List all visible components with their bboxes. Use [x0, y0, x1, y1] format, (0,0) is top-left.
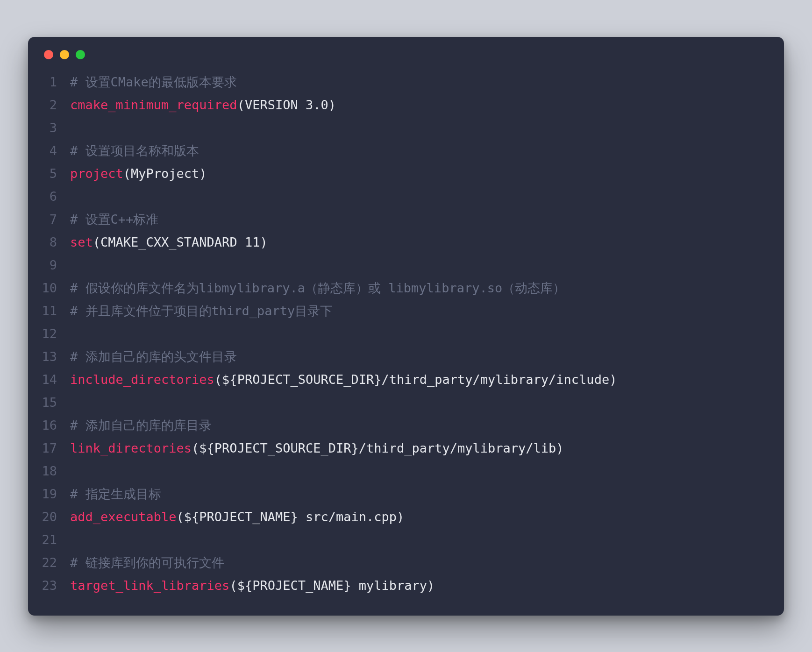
code-content[interactable]: target_link_libraries(${PROJECT_NAME} my… — [70, 574, 775, 597]
line-number: 10 — [33, 276, 70, 299]
code-line[interactable]: 2cmake_minimum_required(VERSION 3.0) — [33, 93, 775, 116]
token-default: (${PROJECT_NAME} mylibrary) — [229, 578, 434, 593]
line-number: 5 — [33, 162, 70, 185]
line-number: 17 — [33, 437, 70, 460]
line-number: 19 — [33, 482, 70, 505]
code-content[interactable]: cmake_minimum_required(VERSION 3.0) — [70, 93, 775, 116]
line-number: 8 — [33, 231, 70, 254]
line-number: 22 — [33, 551, 70, 574]
code-line[interactable]: 8set(CMAKE_CXX_STANDARD 11) — [33, 231, 775, 254]
code-line[interactable]: 22# 链接库到你的可执行文件 — [33, 551, 775, 574]
code-line[interactable]: 1# 设置CMake的最低版本要求 — [33, 71, 775, 93]
code-content[interactable]: # 设置CMake的最低版本要求 — [70, 71, 775, 93]
code-line[interactable]: 14include_directories(${PROJECT_SOURCE_D… — [33, 368, 775, 391]
token-keyword: add_executable — [70, 510, 177, 524]
code-line[interactable]: 15 — [33, 391, 775, 414]
token-comment: # 假设你的库文件名为libmylibrary.a（静态库）或 libmylib… — [70, 281, 565, 295]
code-content[interactable]: # 并且库文件位于项目的third_party目录下 — [70, 299, 775, 322]
code-line[interactable]: 7# 设置C++标准 — [33, 208, 775, 231]
line-number: 1 — [33, 71, 70, 93]
code-line[interactable]: 9 — [33, 254, 775, 276]
code-line[interactable]: 6 — [33, 185, 775, 208]
code-line[interactable]: 23target_link_libraries(${PROJECT_NAME} … — [33, 574, 775, 597]
code-line[interactable]: 11# 并且库文件位于项目的third_party目录下 — [33, 299, 775, 322]
code-line[interactable]: 19# 指定生成目标 — [33, 482, 775, 505]
line-number: 23 — [33, 574, 70, 597]
code-line[interactable]: 20add_executable(${PROJECT_NAME} src/mai… — [33, 505, 775, 528]
token-keyword: link_directories — [70, 441, 192, 455]
line-number: 6 — [33, 185, 70, 208]
titlebar — [28, 37, 784, 68]
code-content[interactable]: # 设置C++标准 — [70, 208, 775, 231]
line-number: 14 — [33, 368, 70, 391]
line-number: 9 — [33, 254, 70, 276]
token-comment: # 指定生成目标 — [70, 487, 161, 501]
token-comment: # 添加自己的库的库目录 — [70, 418, 212, 432]
token-default: (${PROJECT_NAME} src/main.cpp) — [177, 510, 405, 524]
token-keyword: project — [70, 166, 123, 181]
code-content[interactable]: # 链接库到你的可执行文件 — [70, 551, 775, 574]
code-line[interactable]: 3 — [33, 116, 775, 139]
token-comment: # 设置项目名称和版本 — [70, 143, 199, 158]
code-content[interactable]: # 设置项目名称和版本 — [70, 139, 775, 162]
line-number: 12 — [33, 322, 70, 345]
code-line[interactable]: 4# 设置项目名称和版本 — [33, 139, 775, 162]
token-keyword: set — [70, 235, 93, 249]
line-number: 13 — [33, 345, 70, 368]
code-line[interactable]: 17link_directories(${PROJECT_SOURCE_DIR}… — [33, 437, 775, 460]
code-line[interactable]: 12 — [33, 322, 775, 345]
minimize-icon[interactable] — [60, 50, 69, 59]
code-content[interactable]: # 添加自己的库的头文件目录 — [70, 345, 775, 368]
token-keyword: include_directories — [70, 372, 214, 387]
code-content[interactable]: # 指定生成目标 — [70, 482, 775, 505]
line-number: 20 — [33, 505, 70, 528]
token-comment: # 链接库到你的可执行文件 — [70, 555, 224, 570]
code-line[interactable]: 10# 假设你的库文件名为libmylibrary.a（静态库）或 libmyl… — [33, 276, 775, 299]
code-line[interactable]: 13# 添加自己的库的头文件目录 — [33, 345, 775, 368]
code-content[interactable]: project(MyProject) — [70, 162, 775, 185]
code-editor[interactable]: 1# 设置CMake的最低版本要求2cmake_minimum_required… — [28, 68, 784, 602]
token-default: (CMAKE_CXX_STANDARD 11) — [93, 235, 268, 249]
token-comment: # 设置CMake的最低版本要求 — [70, 75, 237, 89]
token-keyword: cmake_minimum_required — [70, 98, 237, 112]
code-line[interactable]: 5project(MyProject) — [33, 162, 775, 185]
line-number: 21 — [33, 528, 70, 551]
token-comment: # 设置C++标准 — [70, 212, 158, 227]
token-comment: # 添加自己的库的头文件目录 — [70, 349, 237, 364]
token-comment: # 并且库文件位于项目的third_party目录下 — [70, 304, 333, 318]
line-number: 3 — [33, 116, 70, 139]
code-window: 1# 设置CMake的最低版本要求2cmake_minimum_required… — [28, 37, 784, 616]
code-line[interactable]: 21 — [33, 528, 775, 551]
line-number: 7 — [33, 208, 70, 231]
token-default: (${PROJECT_SOURCE_DIR}/third_party/mylib… — [192, 441, 564, 455]
code-content[interactable]: add_executable(${PROJECT_NAME} src/main.… — [70, 505, 775, 528]
code-line[interactable]: 16# 添加自己的库的库目录 — [33, 414, 775, 437]
line-number: 16 — [33, 414, 70, 437]
line-number: 4 — [33, 139, 70, 162]
code-content[interactable]: set(CMAKE_CXX_STANDARD 11) — [70, 231, 775, 254]
token-default: (${PROJECT_SOURCE_DIR}/third_party/mylib… — [214, 372, 617, 387]
line-number: 2 — [33, 93, 70, 116]
code-content[interactable]: include_directories(${PROJECT_SOURCE_DIR… — [70, 368, 775, 391]
code-content[interactable]: # 添加自己的库的库目录 — [70, 414, 775, 437]
line-number: 11 — [33, 299, 70, 322]
code-line[interactable]: 18 — [33, 460, 775, 482]
line-number: 15 — [33, 391, 70, 414]
token-default: (VERSION 3.0) — [237, 98, 336, 112]
close-icon[interactable] — [44, 50, 53, 59]
line-number: 18 — [33, 460, 70, 482]
maximize-icon[interactable] — [76, 50, 85, 59]
token-keyword: target_link_libraries — [70, 578, 229, 593]
token-default: (MyProject) — [123, 166, 207, 181]
code-content[interactable]: # 假设你的库文件名为libmylibrary.a（静态库）或 libmylib… — [70, 276, 775, 299]
code-content[interactable]: link_directories(${PROJECT_SOURCE_DIR}/t… — [70, 437, 775, 460]
